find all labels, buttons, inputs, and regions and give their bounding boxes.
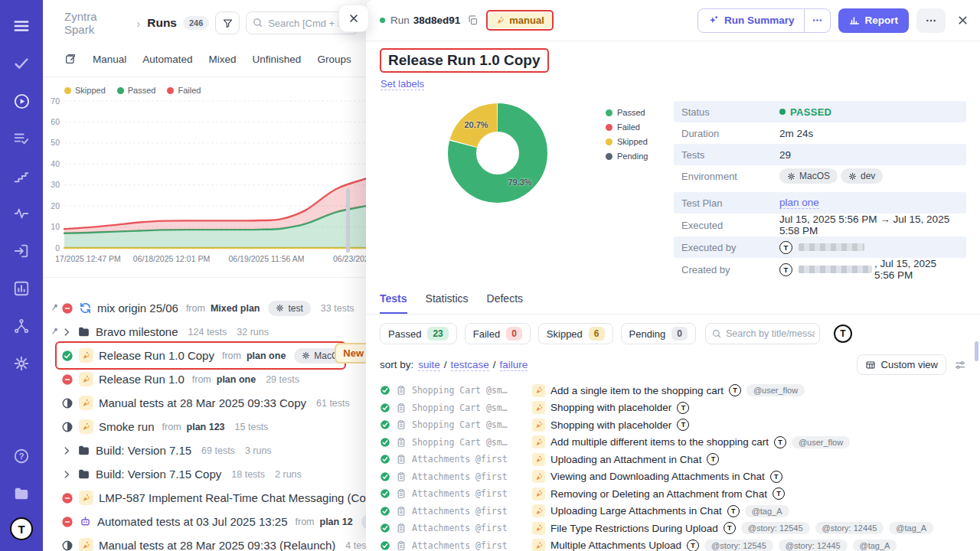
menu-icon[interactable]: [8, 12, 35, 40]
run-list-item[interactable]: Manual tests at 28 Mar 2025 09:33 (Relau…: [43, 533, 366, 551]
assignee-avatar-filter[interactable]: T: [834, 324, 852, 343]
test-row[interactable]: Attachments @first Uploading Large Attac…: [380, 503, 966, 520]
passed-status-icon: [380, 437, 390, 448]
test-row[interactable]: Shopping Cart @sm… Shopping with placeho…: [380, 416, 966, 434]
assignee-avatar: T: [677, 419, 689, 431]
select-runs-icon[interactable]: [64, 53, 77, 65]
result-filters: Passed23 Failed0 Skipped6 Pending0 T: [366, 315, 980, 344]
run-id: 38d8ed91: [413, 15, 461, 26]
tab-defects[interactable]: Defects: [487, 292, 523, 314]
manual-test-icon: [532, 539, 545, 551]
test-row[interactable]: Shopping Cart @sm… Add a single item to …: [380, 382, 966, 399]
run-meta: 61 tests: [316, 398, 350, 409]
run-list-item[interactable]: Release Run 1.0 from plan one 29 tests: [43, 367, 366, 391]
test-row[interactable]: Shopping Cart @sm… Shopping with placeho…: [380, 399, 966, 417]
x-axis-label: 17/2025 12:47 PM: [55, 254, 121, 263]
filter-pending[interactable]: Pending0: [621, 323, 696, 344]
run-meta: 4 tests: [345, 540, 366, 551]
tab-manual[interactable]: Manual: [93, 54, 126, 65]
more-options-icon: [925, 15, 937, 27]
test-suite: Attachments @first: [412, 471, 527, 482]
run-group-item[interactable]: Build: Version 7.15 Copy 18 tests 2 runs: [43, 462, 366, 486]
group-name: Build: Version 7.15 Copy: [96, 468, 221, 481]
svg-text:60: 60: [51, 117, 60, 126]
sliders-icon[interactable]: [954, 359, 966, 371]
tab-tests[interactable]: Tests: [380, 292, 407, 314]
run-group-item[interactable]: Build: Version 7.15 69 tests 3 runs: [43, 439, 366, 462]
run-summary-button[interactable]: Run Summary: [698, 15, 804, 26]
chevron-right-icon[interactable]: [61, 445, 72, 456]
tab-statistics[interactable]: Statistics: [426, 292, 469, 314]
copy-icon[interactable]: [467, 15, 479, 26]
reports-barchart-icon[interactable]: [8, 275, 35, 302]
runs-panel: Zyntra Spark › Runs 246 Manual Automated…: [43, 0, 366, 551]
test-suite: Attachments @first: [412, 506, 527, 517]
run-list-item[interactable]: Smoke run from plan 123 15 tests: [43, 415, 366, 439]
clipboard-icon: [396, 419, 407, 430]
chevron-right-icon[interactable]: [61, 327, 72, 337]
help-icon[interactable]: [8, 442, 35, 470]
test-title: Multiple Attachments Upload: [550, 540, 681, 551]
tests-search-input[interactable]: [705, 323, 820, 344]
legend-item-skipped: Skipped: [64, 86, 106, 95]
settings-gear-icon[interactable]: [8, 350, 35, 377]
run-from-label: from: [296, 517, 315, 527]
run-meta: 29 tests: [266, 374, 299, 385]
run-list-item[interactable]: mix origin 25/06 from Mixed plan test 33…: [43, 296, 366, 320]
filter-passed[interactable]: Passed23: [380, 323, 457, 344]
filter-skipped[interactable]: Skipped6: [538, 323, 613, 344]
sort-by-testcase[interactable]: testcase: [451, 359, 489, 371]
tab-groups[interactable]: Groups: [317, 54, 351, 65]
gear-icon: [787, 172, 795, 181]
run-name: Automated tests at 03 Jul 2025 13:25: [97, 515, 288, 528]
set-labels-link[interactable]: Set labels: [381, 78, 424, 90]
clipboard-icon: [396, 506, 407, 517]
detail-scrollbar[interactable]: [975, 341, 978, 361]
run-meta: 33 tests: [321, 303, 354, 314]
chevron-right-icon[interactable]: [61, 469, 72, 480]
run-list-item-selected[interactable]: Release Run 1.0 Copy from plan one MacOS…: [43, 344, 366, 367]
tab-unfinished[interactable]: Unfinished: [253, 54, 302, 65]
sort-by-failure[interactable]: failure: [500, 359, 528, 371]
run-list-item[interactable]: Manual tests at 28 Mar 2025 09:33 Copy 6…: [43, 391, 366, 415]
passed-status-icon: [380, 471, 390, 482]
breadcrumb-project[interactable]: Zyntra Spark: [64, 10, 129, 36]
milestones-steps-icon[interactable]: [8, 162, 35, 190]
test-row[interactable]: Attachments @first Uploading an Attachme…: [380, 451, 966, 468]
run-group-item[interactable]: Bravo milestone 124 tests 32 runs: [43, 320, 366, 344]
filter-button[interactable]: [215, 11, 240, 34]
run-list-item[interactable]: Automated tests at 03 Jul 2025 13:25 fro…: [43, 510, 366, 533]
test-row[interactable]: Attachments @first Viewing and Downloadi…: [380, 468, 966, 486]
test-row[interactable]: Attachments @first Removing or Deleting …: [380, 485, 966, 503]
run-summary-more-button[interactable]: [804, 9, 830, 32]
test-plans-list-check-icon[interactable]: [8, 125, 35, 152]
run-plan[interactable]: plan one: [247, 350, 286, 361]
defects-activity-icon[interactable]: [8, 200, 35, 227]
tests-check-icon[interactable]: [8, 50, 35, 77]
manual-run-icon: [79, 491, 93, 505]
sort-by-suite[interactable]: suite: [418, 359, 440, 371]
report-button[interactable]: Report: [838, 8, 910, 33]
test-row[interactable]: Attachments @first Multiple Attachments …: [380, 537, 966, 551]
requirements-signin-icon[interactable]: [8, 237, 35, 265]
projects-folder-icon[interactable]: [8, 480, 35, 507]
runs-play-circle-icon[interactable]: [8, 87, 35, 115]
user-avatar[interactable]: T: [10, 517, 33, 540]
custom-view-button[interactable]: Custom view: [857, 354, 946, 375]
close-panel-button[interactable]: [338, 5, 369, 32]
tab-mixed[interactable]: Mixed: [209, 54, 237, 65]
run-list-item[interactable]: LMP-587 Implement Real-Time Chat Messagi…: [43, 486, 366, 510]
close-detail-icon[interactable]: [956, 14, 969, 27]
filter-failed[interactable]: Failed0: [465, 323, 531, 344]
group-name: Build: Version 7.15: [96, 444, 191, 457]
shared-steps-branch-icon[interactable]: [8, 312, 35, 340]
tab-automated[interactable]: Automated: [142, 54, 192, 65]
manual-test-icon: [532, 470, 545, 483]
test-row[interactable]: Shopping Cart @sm… Add multiple differen…: [380, 434, 966, 452]
test-row[interactable]: Attachments @first File Type Restriction…: [380, 520, 966, 537]
more-options-button[interactable]: [916, 8, 946, 33]
run-name: Smoke run: [99, 420, 155, 433]
test-plan-link[interactable]: plan one: [779, 197, 819, 209]
left-panel-scrollbar[interactable]: [346, 188, 350, 253]
run-plan: plan 12: [320, 517, 353, 527]
